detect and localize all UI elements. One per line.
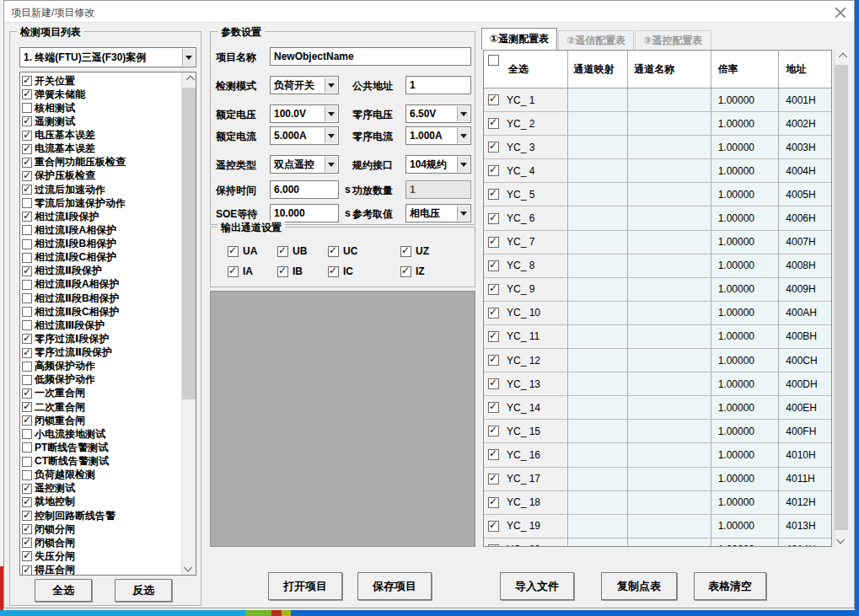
table-row[interactable]: YC_ 101.00000400AH (484, 302, 831, 325)
list-item[interactable]: 相过流Ⅰ段A相保护 (20, 223, 181, 237)
dropdown-arrow-icon[interactable] (325, 157, 337, 172)
table-row[interactable]: YC_ 181.000004012H (484, 491, 831, 515)
scroll-down-icon[interactable] (835, 533, 848, 547)
channel-map-cell[interactable] (568, 254, 629, 277)
list-item[interactable]: 相过流Ⅰ段B相保护 (20, 238, 181, 251)
address-cell[interactable]: 4009H (779, 278, 831, 301)
table-row[interactable]: YC_ 21.000004002H (484, 112, 831, 136)
table-row[interactable]: YC_ 161.000004010H (484, 443, 831, 467)
channel-name-cell[interactable] (628, 372, 711, 395)
list-item[interactable]: 开关位置 (20, 74, 181, 88)
row-checkbox[interactable] (488, 260, 499, 271)
channel-name-cell[interactable] (628, 515, 711, 538)
table-scroll-thumb[interactable] (835, 65, 848, 530)
channel-map-cell[interactable] (568, 159, 629, 182)
list-item[interactable]: 零序过流Ⅰ段保护 (20, 332, 181, 345)
row-checkbox[interactable] (488, 142, 499, 153)
list-item[interactable]: 失压分闸 (20, 549, 181, 563)
list-item[interactable]: 过流后加速动作 (20, 183, 181, 196)
address-cell[interactable]: 4012H (779, 491, 831, 514)
scroll-up-icon[interactable] (182, 72, 196, 87)
address-cell[interactable]: 4002H (779, 112, 831, 135)
list-item[interactable]: 相过流Ⅱ段C相保护 (20, 305, 181, 319)
list-item[interactable]: 遥控测试 (20, 482, 181, 495)
list-item-checkbox[interactable] (22, 442, 32, 453)
channel-name-cell[interactable] (628, 278, 711, 301)
channel-map-cell[interactable] (568, 515, 629, 538)
detect-mode-dropdown[interactable]: 负荷开关 (270, 76, 339, 94)
list-item[interactable]: 相过流Ⅱ段B相保护 (20, 292, 181, 305)
ref-value-dropdown[interactable]: 相电压 (405, 204, 471, 222)
dropdown-arrow-icon[interactable] (325, 106, 337, 121)
scroll-down-icon[interactable] (182, 560, 196, 575)
list-item-checkbox[interactable] (22, 131, 32, 141)
row-checkbox[interactable] (488, 308, 499, 319)
list-item[interactable]: 相过流Ⅰ段C相保护 (20, 251, 181, 265)
list-item[interactable]: 得压合闸 (20, 564, 181, 576)
list-item-checkbox[interactable] (22, 116, 32, 126)
row-checkbox[interactable] (488, 284, 499, 295)
channel-name-cell[interactable] (628, 254, 711, 277)
channel-name-cell[interactable] (628, 538, 711, 547)
channel-map-cell[interactable] (568, 206, 629, 229)
channel-name-cell[interactable] (628, 231, 711, 254)
project-name-input[interactable]: NewObjectName (270, 47, 471, 66)
list-item[interactable]: 电压基本误差 (20, 129, 181, 142)
list-item-checkbox[interactable] (22, 225, 32, 235)
table-row[interactable]: YC_ 81.000004008H (484, 254, 831, 278)
table-scrollbar[interactable] (834, 50, 848, 547)
list-item[interactable]: 控制回路断线告警 (20, 509, 181, 522)
list-item[interactable]: 负荷越限检测 (20, 469, 181, 482)
table-row[interactable]: YC_ 201.000004014H (484, 538, 831, 547)
address-cell[interactable]: 4004H (779, 159, 831, 182)
soe-wait-input[interactable]: 10.000 (270, 204, 339, 222)
channel-checkbox[interactable] (277, 266, 288, 277)
list-item-checkbox[interactable] (22, 402, 32, 412)
list-item[interactable]: 就地控制 (20, 495, 181, 509)
row-checkbox[interactable] (488, 331, 499, 342)
ratio-cell[interactable]: 1.00000 (711, 396, 780, 419)
rated-current-dropdown[interactable]: 5.000A (270, 126, 339, 145)
address-cell[interactable]: 400EH (779, 396, 831, 419)
protocol-dropdown[interactable]: 104规约 (405, 155, 471, 174)
list-scroll-thumb[interactable] (182, 88, 196, 399)
channel-name-cell[interactable] (628, 325, 711, 348)
list-item-checkbox[interactable] (22, 415, 32, 426)
channel-map-cell[interactable] (568, 538, 629, 547)
scroll-up-icon[interactable] (835, 50, 848, 64)
dropdown-arrow-icon[interactable] (325, 78, 337, 93)
ratio-cell[interactable]: 1.00000 (711, 302, 780, 324)
address-cell[interactable]: 4010H (779, 443, 831, 466)
row-checkbox[interactable] (488, 165, 499, 176)
row-checkbox[interactable] (488, 426, 499, 437)
import-file-button[interactable]: 导入文件 (500, 572, 574, 600)
list-item-checkbox[interactable] (22, 551, 32, 561)
row-checkbox[interactable] (488, 94, 499, 105)
common-addr-input[interactable]: 1 (405, 76, 471, 94)
list-item-checkbox[interactable] (22, 565, 32, 576)
ratio-cell[interactable]: 1.00000 (711, 538, 780, 547)
list-item-checkbox[interactable] (22, 171, 32, 181)
address-cell[interactable]: 400DH (779, 372, 831, 395)
table-row[interactable]: YC_ 61.000004006H (484, 206, 831, 230)
ratio-cell[interactable]: 1.00000 (711, 278, 780, 301)
dropdown-arrow-icon[interactable] (457, 157, 470, 172)
channel-name-cell[interactable] (628, 183, 711, 206)
table-row[interactable]: YC_ 121.00000400CH (484, 349, 831, 372)
config-tab[interactable]: ③遥控配置表 (635, 30, 711, 50)
channel-map-cell[interactable] (568, 325, 629, 348)
list-item-checkbox[interactable] (22, 185, 32, 195)
row-checkbox[interactable] (488, 213, 499, 224)
case-dropdown[interactable]: 1. 终端(FTU)三遥(F30)案例 (19, 47, 196, 67)
list-item[interactable]: 核相测试 (20, 101, 181, 115)
channel-map-cell[interactable] (568, 443, 629, 466)
row-checkbox[interactable] (488, 355, 499, 366)
table-row[interactable]: YC_ 151.00000400FH (484, 420, 831, 443)
address-cell[interactable]: 4013H (779, 515, 831, 538)
table-row[interactable]: YC_ 71.000004007H (484, 231, 831, 254)
hold-time-input[interactable]: 6.000 (270, 180, 339, 199)
select-all-checkbox[interactable] (488, 55, 499, 66)
list-item-checkbox[interactable] (22, 429, 32, 439)
channel-name-cell[interactable] (628, 349, 711, 372)
address-cell[interactable]: 4003H (779, 136, 831, 158)
